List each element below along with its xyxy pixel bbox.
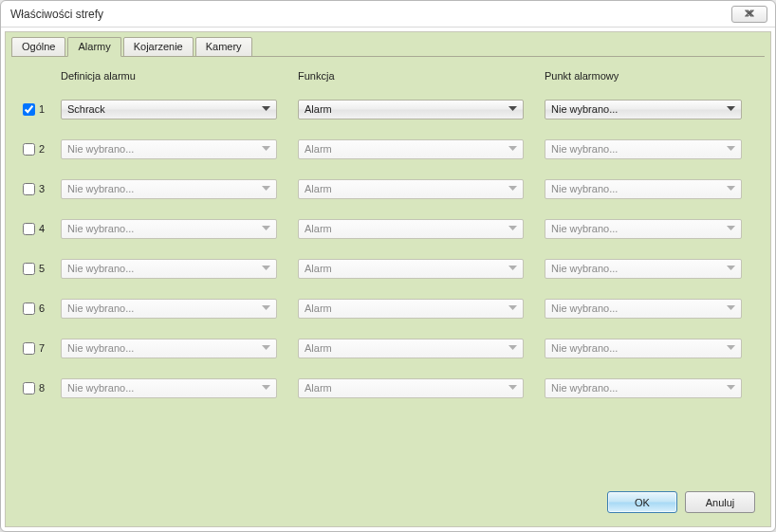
row-check-group: 4 — [23, 223, 61, 235]
definition-combo: Nie wybrano... — [61, 139, 277, 159]
definition-combo: Nie wybrano... — [61, 299, 277, 319]
row-number: 5 — [39, 263, 45, 274]
point-combo: Nie wybrano... — [545, 139, 742, 159]
chevron-down-icon — [508, 305, 517, 311]
function-combo[interactable]: Alarm — [298, 100, 524, 119]
row-enable-checkbox[interactable] — [23, 223, 35, 235]
ok-button-label: OK — [635, 497, 650, 508]
function-combo-value: Alarm — [305, 103, 332, 115]
close-icon — [744, 9, 755, 20]
chevron-down-icon — [508, 106, 517, 112]
dialog-window: Właściwości strefy OgólneAlarmyKojarzeni… — [0, 0, 776, 532]
point-combo-value: Nie wybrano... — [551, 183, 618, 194]
alarm-row: 2Nie wybrano...AlarmNie wybrano... — [23, 129, 753, 169]
chevron-down-icon — [262, 146, 270, 152]
chevron-down-icon — [262, 226, 270, 231]
row-number: 1 — [39, 103, 45, 115]
definition-combo-value: Nie wybrano... — [67, 183, 134, 194]
alarm-row: 1SchrackAlarmNie wybrano... — [23, 89, 753, 129]
chevron-down-icon — [262, 106, 270, 112]
definition-combo: Nie wybrano... — [61, 219, 277, 239]
header-point: Punkt alarmowy — [545, 70, 763, 82]
chevron-down-icon — [727, 305, 735, 311]
dialog-footer: OK Anuluj — [6, 482, 770, 526]
tab-kamery[interactable]: Kamery — [195, 37, 252, 57]
tab-alarmy[interactable]: Alarmy — [67, 37, 120, 57]
tab-kojarzenie[interactable]: Kojarzenie — [123, 37, 194, 57]
function-combo: Alarm — [298, 219, 524, 239]
chevron-down-icon — [508, 226, 517, 231]
function-combo-value: Alarm — [305, 382, 332, 394]
chevron-down-icon — [508, 146, 517, 152]
function-combo-value: Alarm — [305, 342, 332, 354]
alarm-row: 8Nie wybrano...AlarmNie wybrano... — [23, 368, 753, 408]
row-enable-checkbox[interactable] — [23, 183, 35, 195]
definition-combo: Nie wybrano... — [61, 339, 277, 358]
ok-button[interactable]: OK — [607, 491, 677, 513]
function-combo: Alarm — [298, 299, 524, 319]
row-enable-checkbox[interactable] — [23, 382, 35, 394]
point-combo[interactable]: Nie wybrano... — [545, 100, 742, 119]
alarm-row: 6Nie wybrano...AlarmNie wybrano... — [23, 288, 753, 328]
point-combo: Nie wybrano... — [545, 259, 742, 279]
chevron-down-icon — [727, 106, 735, 112]
row-enable-checkbox[interactable] — [23, 103, 35, 116]
function-combo: Alarm — [298, 339, 524, 358]
row-check-group: 2 — [23, 143, 61, 156]
point-combo: Nie wybrano... — [545, 179, 742, 199]
row-check-group: 8 — [23, 382, 61, 394]
definition-combo: Nie wybrano... — [61, 259, 277, 279]
point-combo: Nie wybrano... — [545, 339, 742, 358]
chevron-down-icon — [262, 266, 270, 271]
header-definition: Definicja alarmu — [61, 70, 298, 82]
function-combo: Alarm — [298, 139, 524, 159]
function-combo: Alarm — [298, 259, 524, 279]
definition-combo-value: Nie wybrano... — [67, 143, 134, 155]
function-combo: Alarm — [298, 179, 524, 199]
row-number: 3 — [39, 183, 45, 194]
point-combo-value: Nie wybrano... — [551, 223, 618, 234]
row-number: 4 — [39, 223, 45, 234]
row-check-group: 3 — [23, 183, 61, 195]
chevron-down-icon — [727, 385, 735, 391]
row-enable-checkbox[interactable] — [23, 143, 35, 156]
definition-combo-value: Nie wybrano... — [67, 303, 134, 314]
row-check-group: 6 — [23, 303, 61, 315]
alarm-row: 4Nie wybrano...AlarmNie wybrano... — [23, 209, 753, 248]
row-number: 2 — [39, 143, 45, 155]
cancel-button[interactable]: Anuluj — [685, 491, 755, 513]
chevron-down-icon — [727, 146, 735, 152]
titlebar: Właściwości strefy — [1, 1, 775, 28]
chevron-down-icon — [508, 266, 517, 271]
point-combo: Nie wybrano... — [545, 219, 742, 239]
definition-combo[interactable]: Schrack — [61, 100, 277, 119]
definition-combo: Nie wybrano... — [61, 179, 277, 199]
definition-combo-value: Schrack — [67, 103, 105, 115]
row-check-group: 1 — [23, 103, 61, 116]
row-enable-checkbox[interactable] — [23, 263, 35, 275]
alarm-row: 7Nie wybrano...AlarmNie wybrano... — [23, 328, 753, 368]
definition-combo-value: Nie wybrano... — [67, 382, 134, 394]
chevron-down-icon — [262, 305, 270, 311]
alarm-row: 5Nie wybrano...AlarmNie wybrano... — [23, 248, 753, 288]
definition-combo: Nie wybrano... — [61, 378, 277, 398]
point-combo-value: Nie wybrano... — [551, 263, 618, 274]
function-combo-value: Alarm — [305, 263, 332, 274]
point-combo-value: Nie wybrano... — [551, 303, 618, 314]
tab-strip: OgólneAlarmyKojarzenieKamery — [6, 32, 770, 56]
column-headers: Definicja alarmu Funkcja Punkt alarmowy — [23, 70, 753, 82]
row-number: 6 — [39, 303, 45, 314]
point-combo-value: Nie wybrano... — [551, 103, 618, 115]
chevron-down-icon — [262, 345, 270, 351]
chevron-down-icon — [508, 385, 517, 391]
function-combo: Alarm — [298, 378, 524, 398]
row-enable-checkbox[interactable] — [23, 342, 35, 355]
chevron-down-icon — [727, 266, 735, 271]
close-button[interactable] — [731, 6, 767, 23]
point-combo-value: Nie wybrano... — [551, 382, 618, 394]
tab-ogólne[interactable]: Ogólne — [11, 37, 65, 57]
row-enable-checkbox[interactable] — [23, 303, 35, 315]
row-number: 8 — [39, 382, 45, 394]
chevron-down-icon — [727, 226, 735, 231]
point-combo: Nie wybrano... — [545, 378, 742, 398]
